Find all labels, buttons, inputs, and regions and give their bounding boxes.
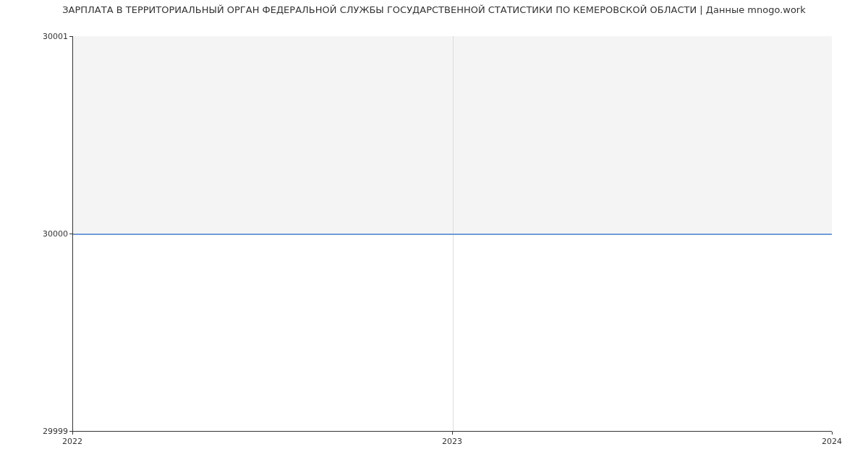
data-line	[73, 234, 832, 235]
xtick-label: 2022	[62, 437, 82, 446]
ytick-mark	[69, 234, 72, 234]
plot-area	[72, 36, 832, 432]
line-chart: ЗАРПЛАТА В ТЕРРИТОРИАЛЬНЫЙ ОРГАН ФЕДЕРАЛ…	[0, 0, 868, 470]
ytick-mark	[69, 36, 72, 37]
ytick-label: 30001	[43, 32, 68, 41]
chart-title: ЗАРПЛАТА В ТЕРРИТОРИАЛЬНЫЙ ОРГАН ФЕДЕРАЛ…	[0, 4, 868, 15]
xtick-label: 2024	[822, 437, 842, 446]
ytick-label: 30000	[43, 229, 68, 239]
xtick-label: 2023	[442, 437, 462, 446]
xtick-mark	[832, 432, 833, 435]
ytick-label: 29999	[43, 427, 68, 436]
xtick-mark	[72, 432, 73, 435]
xtick-mark	[452, 432, 453, 435]
